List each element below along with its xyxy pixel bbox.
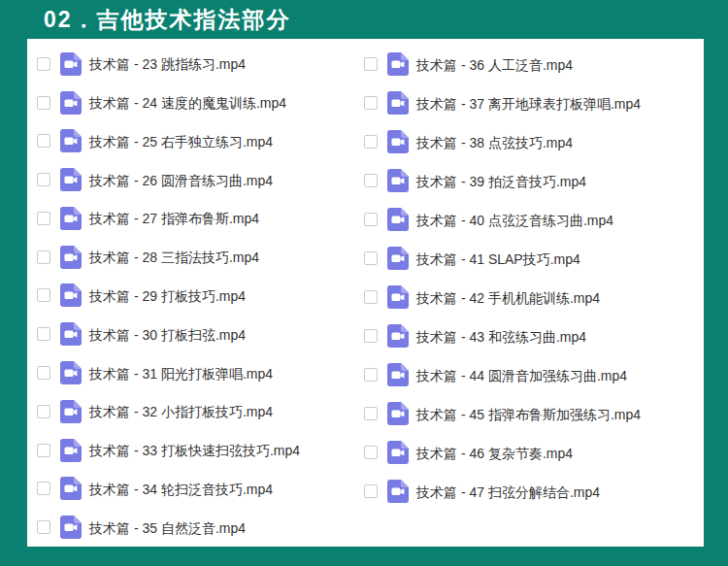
list-item[interactable]: 技术篇 - 45 指弹布鲁斯加强练习.mp4 xyxy=(364,394,704,433)
list-item[interactable]: 技术篇 - 32 小指打板技巧.mp4 xyxy=(37,392,364,431)
video-file-icon xyxy=(387,480,409,503)
file-name[interactable]: 技术篇 - 33 打板快速扫弦技巧.mp4 xyxy=(89,443,300,457)
list-item[interactable]: 技术篇 - 33 打板快速扫弦技巧.mp4 xyxy=(37,431,364,470)
list-item[interactable]: 技术篇 - 30 打板扫弦.mp4 xyxy=(37,315,364,353)
item-checkbox[interactable] xyxy=(364,484,378,498)
item-checkbox[interactable] xyxy=(37,444,50,457)
item-checkbox[interactable] xyxy=(37,482,50,495)
file-name[interactable]: 技术篇 - 36 人工泛音.mp4 xyxy=(416,57,573,72)
item-checkbox[interactable] xyxy=(364,135,378,149)
list-item[interactable]: 技术篇 - 42 手机机能训练.mp4 xyxy=(364,278,704,316)
file-name[interactable]: 技术篇 - 23 跳指练习.mp4 xyxy=(89,56,246,71)
item-checkbox[interactable] xyxy=(37,288,50,302)
list-item[interactable]: 技术篇 - 43 和弦练习曲.mp4 xyxy=(364,316,704,355)
video-file-icon xyxy=(60,129,82,152)
list-item[interactable]: 技术篇 - 31 阳光打板弹唱.mp4 xyxy=(37,353,364,392)
list-item[interactable]: 技术篇 - 34 轮扫泛音技巧.mp4 xyxy=(37,469,364,508)
page-header: 02．吉他技术指法部分 xyxy=(0,0,728,39)
item-checkbox[interactable] xyxy=(37,366,50,380)
item-checkbox[interactable] xyxy=(37,134,50,148)
file-name[interactable]: 技术篇 - 40 点弦泛音练习曲.mp4 xyxy=(416,213,613,227)
file-name[interactable]: 技术篇 - 41 SLAP技巧.mp4 xyxy=(416,251,580,266)
file-name[interactable]: 技术篇 - 37 离开地球表打板弹唱.mp4 xyxy=(416,96,641,111)
video-file-icon xyxy=(60,516,82,539)
item-checkbox[interactable] xyxy=(37,250,50,264)
file-name[interactable]: 技术篇 - 29 打板技巧.mp4 xyxy=(89,288,246,303)
video-file-icon xyxy=(60,52,82,76)
item-checkbox[interactable] xyxy=(37,173,50,186)
video-file-icon xyxy=(387,52,409,76)
list-item[interactable]: 技术篇 - 47 扫弦分解结合.mp4 xyxy=(364,472,704,511)
video-file-icon xyxy=(60,477,82,500)
list-item[interactable]: 技术篇 - 39 拍泛音技巧.mp4 xyxy=(364,161,704,200)
list-item[interactable]: 技术篇 - 23 跳指练习.mp4 xyxy=(37,45,364,83)
page-title: 02．吉他技术指法部分 xyxy=(44,5,291,35)
video-file-icon xyxy=(60,361,82,384)
list-item[interactable]: 技术篇 - 28 三指法技巧.mp4 xyxy=(37,238,364,277)
item-checkbox[interactable] xyxy=(364,251,378,265)
item-checkbox[interactable] xyxy=(37,212,50,225)
video-file-icon xyxy=(387,247,409,270)
file-name[interactable]: 技术篇 - 27 指弹布鲁斯.mp4 xyxy=(89,211,259,225)
item-checkbox[interactable] xyxy=(364,213,378,226)
list-item[interactable]: 技术篇 - 29 打板技巧.mp4 xyxy=(37,277,364,316)
file-name[interactable]: 技术篇 - 34 轮扫泛音技巧.mp4 xyxy=(89,482,273,496)
file-name[interactable]: 技术篇 - 43 和弦练习曲.mp4 xyxy=(416,329,586,344)
file-name[interactable]: 技术篇 - 26 圆滑音练习曲.mp4 xyxy=(89,173,273,187)
item-checkbox[interactable] xyxy=(364,290,378,304)
item-checkbox[interactable] xyxy=(37,327,50,341)
item-checkbox[interactable] xyxy=(364,96,378,110)
list-item[interactable]: 技术篇 - 40 点弦泛音练习曲.mp4 xyxy=(364,200,704,239)
list-item[interactable]: 技术篇 - 24 速度的魔鬼训练.mp4 xyxy=(37,83,364,122)
list-item[interactable]: 技术篇 - 27 指弹布鲁斯.mp4 xyxy=(37,199,364,238)
list-item[interactable]: 技术篇 - 26 圆滑音练习曲.mp4 xyxy=(37,160,364,199)
file-column-right: 技术篇 - 36 人工泛音.mp4 技术篇 - 37 离开地球表打板弹唱.mp4… xyxy=(364,39,704,547)
file-name[interactable]: 技术篇 - 31 阳光打板弹唱.mp4 xyxy=(89,366,273,381)
item-checkbox[interactable] xyxy=(37,57,50,71)
list-item[interactable]: 技术篇 - 37 离开地球表打板弹唱.mp4 xyxy=(364,83,704,122)
video-file-icon xyxy=(387,130,409,153)
file-name[interactable]: 技术篇 - 47 扫弦分解结合.mp4 xyxy=(416,484,600,499)
video-file-icon xyxy=(387,91,409,115)
video-file-icon xyxy=(387,402,409,425)
video-file-icon xyxy=(387,324,409,348)
video-file-icon xyxy=(387,363,409,386)
file-name[interactable]: 技术篇 - 44 圆滑音加强练习曲.mp4 xyxy=(416,368,627,383)
item-checkbox[interactable] xyxy=(364,57,378,71)
file-name[interactable]: 技术篇 - 45 指弹布鲁斯加强练习.mp4 xyxy=(416,407,641,421)
list-item[interactable]: 技术篇 - 46 复杂节奏.mp4 xyxy=(364,433,704,472)
video-file-icon xyxy=(387,169,409,192)
file-name[interactable]: 技术篇 - 24 速度的魔鬼训练.mp4 xyxy=(89,95,286,110)
item-checkbox[interactable] xyxy=(37,520,50,534)
file-column-left: 技术篇 - 23 跳指练习.mp4 技术篇 - 24 速度的魔鬼训练.mp4 技… xyxy=(27,39,364,547)
file-name[interactable]: 技术篇 - 35 自然泛音.mp4 xyxy=(89,520,246,535)
file-name[interactable]: 技术篇 - 38 点弦技巧.mp4 xyxy=(416,135,573,150)
file-name[interactable]: 技术篇 - 28 三指法技巧.mp4 xyxy=(89,250,259,264)
list-item[interactable]: 技术篇 - 38 点弦技巧.mp4 xyxy=(364,122,704,161)
file-name[interactable]: 技术篇 - 39 拍泛音技巧.mp4 xyxy=(416,174,586,188)
video-file-icon xyxy=(60,168,82,191)
item-checkbox[interactable] xyxy=(37,405,50,418)
video-file-icon xyxy=(387,208,409,231)
list-item[interactable]: 技术篇 - 36 人工泛音.mp4 xyxy=(364,45,704,83)
file-name[interactable]: 技术篇 - 32 小指打板技巧.mp4 xyxy=(89,404,273,418)
file-name[interactable]: 技术篇 - 46 复杂节奏.mp4 xyxy=(416,446,573,460)
video-file-icon xyxy=(60,400,82,423)
file-name[interactable]: 技术篇 - 25 右手独立练习.mp4 xyxy=(89,134,273,149)
item-checkbox[interactable] xyxy=(364,446,378,459)
item-checkbox[interactable] xyxy=(364,174,378,187)
item-checkbox[interactable] xyxy=(364,407,378,420)
file-name[interactable]: 技术篇 - 30 打板扫弦.mp4 xyxy=(89,327,246,342)
list-item[interactable]: 技术篇 - 44 圆滑音加强练习曲.mp4 xyxy=(364,355,704,394)
file-name[interactable]: 技术篇 - 42 手机机能训练.mp4 xyxy=(416,290,600,305)
list-item[interactable]: 技术篇 - 41 SLAP技巧.mp4 xyxy=(364,239,704,278)
item-checkbox[interactable] xyxy=(364,329,378,343)
item-checkbox[interactable] xyxy=(37,96,50,110)
list-item[interactable]: 技术篇 - 25 右手独立练习.mp4 xyxy=(37,122,364,161)
video-file-icon xyxy=(60,439,82,462)
video-file-icon xyxy=(60,246,82,269)
item-checkbox[interactable] xyxy=(364,368,378,382)
video-file-icon xyxy=(60,91,82,115)
video-file-icon xyxy=(60,322,82,346)
list-item[interactable]: 技术篇 - 35 自然泛音.mp4 xyxy=(37,508,364,547)
